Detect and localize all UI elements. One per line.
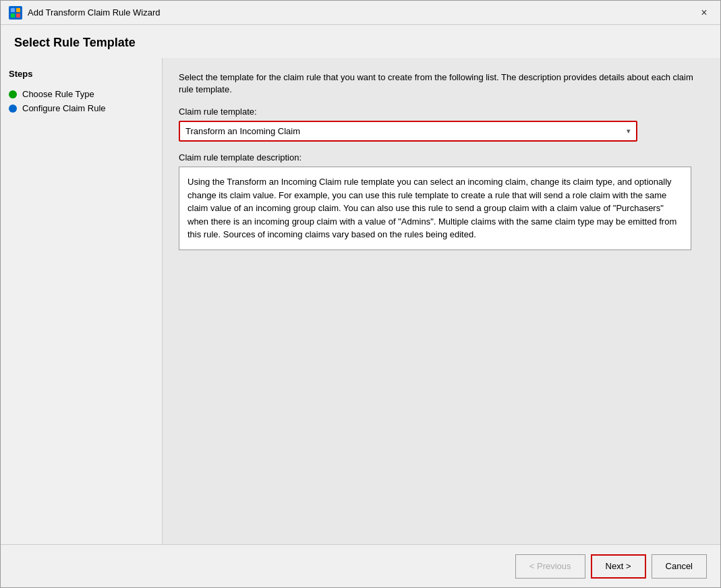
step2-dot <box>9 105 17 113</box>
footer: < Previous Next > Cancel <box>1 544 720 587</box>
claim-rule-template-dropdown[interactable]: Transform an Incoming Claim ▾ <box>179 121 637 142</box>
cancel-button[interactable]: Cancel <box>652 554 707 579</box>
content-area: Steps Choose Rule Type Configure Claim R… <box>1 58 720 544</box>
dropdown-selected-value: Transform an Incoming Claim <box>185 126 300 136</box>
claim-rule-template-label: Claim rule template: <box>179 107 704 117</box>
sidebar-heading: Steps <box>9 69 154 79</box>
sidebar-item-configure-claim-rule: Configure Claim Rule <box>9 101 154 115</box>
sidebar-item-label-2: Configure Claim Rule <box>22 103 106 113</box>
previous-button[interactable]: < Previous <box>515 554 585 579</box>
main-content: Select the template for the claim rule t… <box>163 58 720 544</box>
wizard-window: Add Transform Claim Rule Wizard × Select… <box>0 0 721 588</box>
sidebar: Steps Choose Rule Type Configure Claim R… <box>1 58 163 544</box>
desc-section-label: Claim rule template description: <box>179 152 704 163</box>
svg-rect-0 <box>9 6 22 20</box>
wizard-icon <box>9 6 22 20</box>
window-title: Add Transform Claim Rule Wizard <box>28 7 161 18</box>
main-description: Select the template for the claim rule t… <box>179 71 704 96</box>
svg-rect-2 <box>16 8 20 12</box>
claim-rule-template-description: Using the Transform an Incoming Claim ru… <box>179 167 691 250</box>
title-bar: Add Transform Claim Rule Wizard × <box>1 1 720 25</box>
dropdown-arrow-icon: ▾ <box>627 127 631 136</box>
step1-dot <box>9 90 17 98</box>
title-bar-left: Add Transform Claim Rule Wizard <box>9 6 161 20</box>
sidebar-item-label-1: Choose Rule Type <box>22 89 94 99</box>
svg-rect-4 <box>16 13 20 18</box>
next-button[interactable]: Next > <box>591 554 646 579</box>
svg-rect-3 <box>11 13 15 18</box>
sidebar-item-choose-rule-type: Choose Rule Type <box>9 87 154 101</box>
close-button[interactable]: × <box>696 5 712 21</box>
page-header: Select Rule Template <box>1 25 720 58</box>
svg-rect-1 <box>11 8 15 12</box>
page-title: Select Rule Template <box>14 36 707 50</box>
